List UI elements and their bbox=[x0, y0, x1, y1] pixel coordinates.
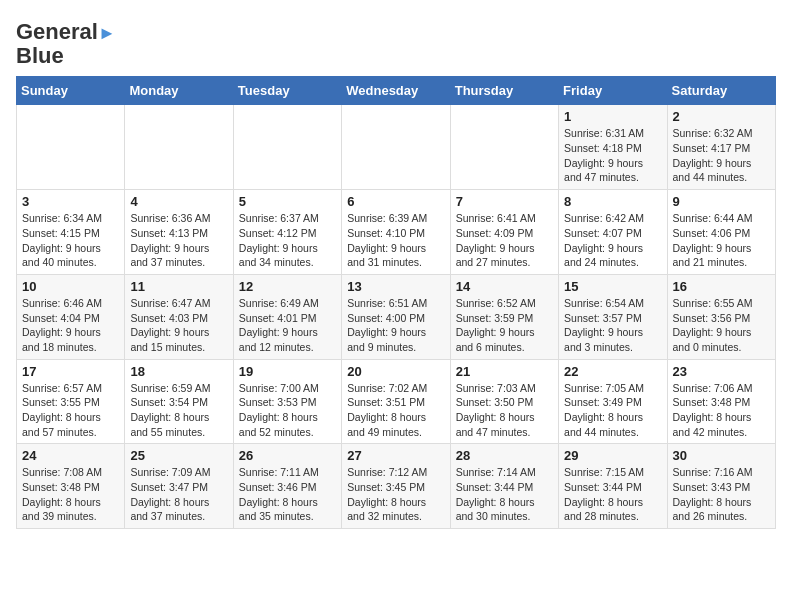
day-info: Sunrise: 6:31 AMSunset: 4:18 PMDaylight:… bbox=[564, 126, 661, 185]
day-number: 12 bbox=[239, 279, 336, 294]
day-info: Sunrise: 6:57 AMSunset: 3:55 PMDaylight:… bbox=[22, 381, 119, 440]
calendar-day-cell: 11Sunrise: 6:47 AMSunset: 4:03 PMDayligh… bbox=[125, 274, 233, 359]
day-info: Sunrise: 6:49 AMSunset: 4:01 PMDaylight:… bbox=[239, 296, 336, 355]
calendar-day-cell: 6Sunrise: 6:39 AMSunset: 4:10 PMDaylight… bbox=[342, 190, 450, 275]
calendar-day-cell: 21Sunrise: 7:03 AMSunset: 3:50 PMDayligh… bbox=[450, 359, 558, 444]
calendar-day-cell bbox=[17, 105, 125, 190]
weekday-header: Wednesday bbox=[342, 77, 450, 105]
calendar-day-cell: 27Sunrise: 7:12 AMSunset: 3:45 PMDayligh… bbox=[342, 444, 450, 529]
calendar-day-cell: 1Sunrise: 6:31 AMSunset: 4:18 PMDaylight… bbox=[559, 105, 667, 190]
day-info: Sunrise: 6:32 AMSunset: 4:17 PMDaylight:… bbox=[673, 126, 770, 185]
day-number: 25 bbox=[130, 448, 227, 463]
day-info: Sunrise: 7:06 AMSunset: 3:48 PMDaylight:… bbox=[673, 381, 770, 440]
calendar-day-cell: 12Sunrise: 6:49 AMSunset: 4:01 PMDayligh… bbox=[233, 274, 341, 359]
day-number: 20 bbox=[347, 364, 444, 379]
weekday-header: Tuesday bbox=[233, 77, 341, 105]
day-info: Sunrise: 7:12 AMSunset: 3:45 PMDaylight:… bbox=[347, 465, 444, 524]
day-info: Sunrise: 6:39 AMSunset: 4:10 PMDaylight:… bbox=[347, 211, 444, 270]
day-info: Sunrise: 6:34 AMSunset: 4:15 PMDaylight:… bbox=[22, 211, 119, 270]
weekday-header: Friday bbox=[559, 77, 667, 105]
logo-text: General►Blue bbox=[16, 20, 116, 68]
day-info: Sunrise: 6:41 AMSunset: 4:09 PMDaylight:… bbox=[456, 211, 553, 270]
calendar-table: SundayMondayTuesdayWednesdayThursdayFrid… bbox=[16, 76, 776, 529]
header: General►Blue bbox=[16, 16, 776, 68]
day-number: 26 bbox=[239, 448, 336, 463]
calendar-week-row: 3Sunrise: 6:34 AMSunset: 4:15 PMDaylight… bbox=[17, 190, 776, 275]
day-number: 9 bbox=[673, 194, 770, 209]
day-number: 29 bbox=[564, 448, 661, 463]
calendar-day-cell bbox=[125, 105, 233, 190]
calendar-day-cell: 8Sunrise: 6:42 AMSunset: 4:07 PMDaylight… bbox=[559, 190, 667, 275]
day-number: 24 bbox=[22, 448, 119, 463]
day-number: 14 bbox=[456, 279, 553, 294]
calendar-day-cell: 4Sunrise: 6:36 AMSunset: 4:13 PMDaylight… bbox=[125, 190, 233, 275]
calendar-day-cell: 3Sunrise: 6:34 AMSunset: 4:15 PMDaylight… bbox=[17, 190, 125, 275]
day-number: 10 bbox=[22, 279, 119, 294]
weekday-header: Sunday bbox=[17, 77, 125, 105]
weekday-header: Saturday bbox=[667, 77, 775, 105]
day-info: Sunrise: 7:16 AMSunset: 3:43 PMDaylight:… bbox=[673, 465, 770, 524]
calendar-day-cell: 30Sunrise: 7:16 AMSunset: 3:43 PMDayligh… bbox=[667, 444, 775, 529]
day-number: 30 bbox=[673, 448, 770, 463]
day-number: 5 bbox=[239, 194, 336, 209]
day-info: Sunrise: 7:14 AMSunset: 3:44 PMDaylight:… bbox=[456, 465, 553, 524]
day-number: 28 bbox=[456, 448, 553, 463]
calendar-day-cell: 2Sunrise: 6:32 AMSunset: 4:17 PMDaylight… bbox=[667, 105, 775, 190]
weekday-header: Thursday bbox=[450, 77, 558, 105]
calendar-day-cell: 17Sunrise: 6:57 AMSunset: 3:55 PMDayligh… bbox=[17, 359, 125, 444]
calendar-day-cell: 19Sunrise: 7:00 AMSunset: 3:53 PMDayligh… bbox=[233, 359, 341, 444]
day-info: Sunrise: 7:11 AMSunset: 3:46 PMDaylight:… bbox=[239, 465, 336, 524]
logo: General►Blue bbox=[16, 20, 116, 68]
calendar-day-cell: 7Sunrise: 6:41 AMSunset: 4:09 PMDaylight… bbox=[450, 190, 558, 275]
day-number: 4 bbox=[130, 194, 227, 209]
calendar-day-cell: 18Sunrise: 6:59 AMSunset: 3:54 PMDayligh… bbox=[125, 359, 233, 444]
calendar-day-cell: 15Sunrise: 6:54 AMSunset: 3:57 PMDayligh… bbox=[559, 274, 667, 359]
day-number: 23 bbox=[673, 364, 770, 379]
day-number: 8 bbox=[564, 194, 661, 209]
day-info: Sunrise: 7:08 AMSunset: 3:48 PMDaylight:… bbox=[22, 465, 119, 524]
day-info: Sunrise: 6:36 AMSunset: 4:13 PMDaylight:… bbox=[130, 211, 227, 270]
calendar-day-cell bbox=[450, 105, 558, 190]
day-number: 11 bbox=[130, 279, 227, 294]
day-info: Sunrise: 6:44 AMSunset: 4:06 PMDaylight:… bbox=[673, 211, 770, 270]
calendar-day-cell: 28Sunrise: 7:14 AMSunset: 3:44 PMDayligh… bbox=[450, 444, 558, 529]
day-number: 22 bbox=[564, 364, 661, 379]
day-info: Sunrise: 6:37 AMSunset: 4:12 PMDaylight:… bbox=[239, 211, 336, 270]
weekday-header: Monday bbox=[125, 77, 233, 105]
calendar-week-row: 1Sunrise: 6:31 AMSunset: 4:18 PMDaylight… bbox=[17, 105, 776, 190]
calendar-day-cell: 23Sunrise: 7:06 AMSunset: 3:48 PMDayligh… bbox=[667, 359, 775, 444]
day-number: 19 bbox=[239, 364, 336, 379]
day-info: Sunrise: 7:05 AMSunset: 3:49 PMDaylight:… bbox=[564, 381, 661, 440]
day-number: 3 bbox=[22, 194, 119, 209]
day-info: Sunrise: 7:02 AMSunset: 3:51 PMDaylight:… bbox=[347, 381, 444, 440]
day-info: Sunrise: 6:59 AMSunset: 3:54 PMDaylight:… bbox=[130, 381, 227, 440]
day-number: 6 bbox=[347, 194, 444, 209]
day-info: Sunrise: 7:09 AMSunset: 3:47 PMDaylight:… bbox=[130, 465, 227, 524]
calendar-day-cell: 10Sunrise: 6:46 AMSunset: 4:04 PMDayligh… bbox=[17, 274, 125, 359]
day-number: 21 bbox=[456, 364, 553, 379]
calendar-day-cell: 24Sunrise: 7:08 AMSunset: 3:48 PMDayligh… bbox=[17, 444, 125, 529]
calendar-day-cell: 26Sunrise: 7:11 AMSunset: 3:46 PMDayligh… bbox=[233, 444, 341, 529]
calendar-day-cell: 16Sunrise: 6:55 AMSunset: 3:56 PMDayligh… bbox=[667, 274, 775, 359]
day-number: 2 bbox=[673, 109, 770, 124]
calendar-week-row: 17Sunrise: 6:57 AMSunset: 3:55 PMDayligh… bbox=[17, 359, 776, 444]
day-info: Sunrise: 6:54 AMSunset: 3:57 PMDaylight:… bbox=[564, 296, 661, 355]
day-info: Sunrise: 6:51 AMSunset: 4:00 PMDaylight:… bbox=[347, 296, 444, 355]
day-number: 1 bbox=[564, 109, 661, 124]
day-number: 18 bbox=[130, 364, 227, 379]
day-number: 16 bbox=[673, 279, 770, 294]
calendar-week-row: 24Sunrise: 7:08 AMSunset: 3:48 PMDayligh… bbox=[17, 444, 776, 529]
calendar-day-cell: 5Sunrise: 6:37 AMSunset: 4:12 PMDaylight… bbox=[233, 190, 341, 275]
calendar-day-cell: 20Sunrise: 7:02 AMSunset: 3:51 PMDayligh… bbox=[342, 359, 450, 444]
day-info: Sunrise: 6:46 AMSunset: 4:04 PMDaylight:… bbox=[22, 296, 119, 355]
calendar-day-cell: 25Sunrise: 7:09 AMSunset: 3:47 PMDayligh… bbox=[125, 444, 233, 529]
day-info: Sunrise: 6:42 AMSunset: 4:07 PMDaylight:… bbox=[564, 211, 661, 270]
calendar-day-cell bbox=[233, 105, 341, 190]
weekday-header-row: SundayMondayTuesdayWednesdayThursdayFrid… bbox=[17, 77, 776, 105]
calendar-day-cell: 14Sunrise: 6:52 AMSunset: 3:59 PMDayligh… bbox=[450, 274, 558, 359]
day-number: 7 bbox=[456, 194, 553, 209]
calendar-day-cell: 9Sunrise: 6:44 AMSunset: 4:06 PMDaylight… bbox=[667, 190, 775, 275]
calendar-day-cell bbox=[342, 105, 450, 190]
calendar-day-cell: 29Sunrise: 7:15 AMSunset: 3:44 PMDayligh… bbox=[559, 444, 667, 529]
calendar-day-cell: 13Sunrise: 6:51 AMSunset: 4:00 PMDayligh… bbox=[342, 274, 450, 359]
